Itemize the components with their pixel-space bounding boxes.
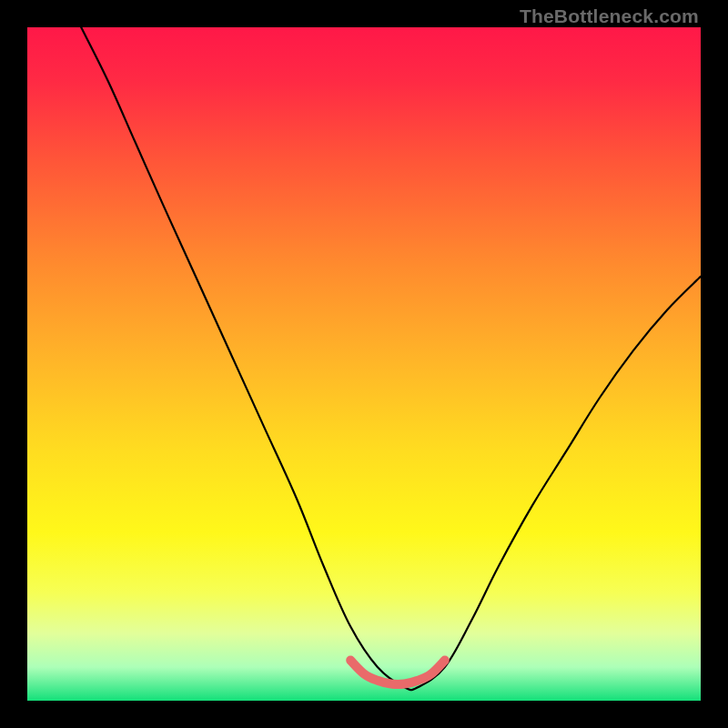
curve-layer bbox=[27, 27, 701, 701]
plot-area bbox=[27, 27, 701, 701]
chart-frame: TheBottleneck.com bbox=[0, 0, 728, 728]
bottleneck-curve bbox=[81, 27, 701, 690]
watermark-text: TheBottleneck.com bbox=[520, 5, 699, 27]
